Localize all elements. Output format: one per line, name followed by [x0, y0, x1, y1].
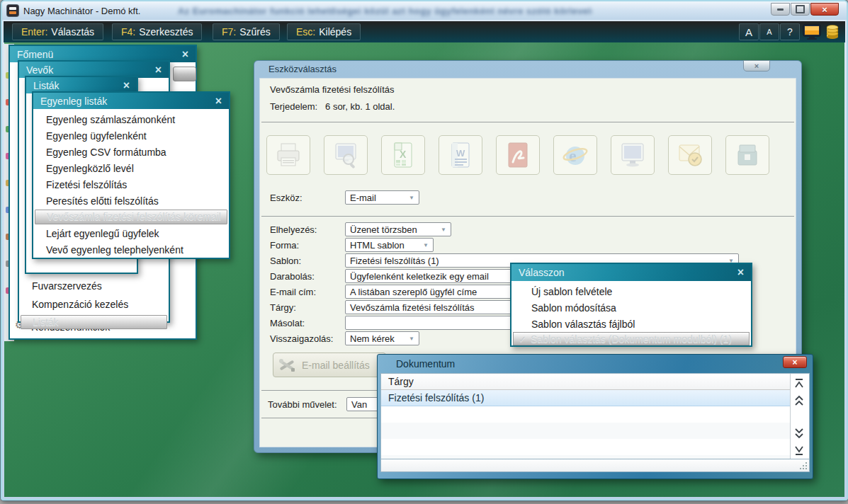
maximize-icon	[796, 5, 805, 13]
excel-icon: X	[389, 141, 417, 169]
table-row-selected[interactable]: Fizetési felszólítás (1)	[381, 390, 791, 406]
page-down-button[interactable]	[792, 425, 806, 442]
pdf-button[interactable]	[496, 135, 540, 175]
popup-valasszon-header[interactable]: Válasszon ×	[511, 264, 751, 281]
field-label: Eszköz:	[270, 193, 303, 203]
close-button[interactable]: ×	[810, 3, 839, 16]
scroll-bottom-button[interactable]	[792, 442, 806, 459]
archive-button[interactable]	[725, 135, 769, 175]
page-up-icon	[794, 395, 804, 406]
menu-item-uj-sablon[interactable]: Új sablon felvétele	[513, 284, 750, 300]
printer-button[interactable]	[266, 135, 310, 175]
menu-item-egyenleg-ugyfelenkent[interactable]: Egyenleg ügyfelenként	[35, 128, 227, 144]
resize-grip[interactable]	[799, 462, 808, 470]
eszkoz-dropdown[interactable]: E-mail ▼	[345, 190, 419, 205]
email-cim-field[interactable]: A listában szereplő ügyfél címe	[345, 285, 519, 299]
extent-label: Terjedelem:	[270, 101, 317, 112]
screen-icon	[618, 141, 647, 169]
font-decrease-button[interactable]: A	[759, 23, 779, 40]
menu-item-fuvarszervezes[interactable]: Fuvarszervezés	[21, 278, 167, 294]
screenshot-root: Nagy Machinátor - Demó kft. Az Euromachi…	[0, 0, 848, 504]
scroll-top-button[interactable]	[792, 375, 806, 392]
minimize-icon	[777, 8, 784, 11]
menu-item-egyenlegkozlo-level[interactable]: Egyenlegközlő levél	[35, 161, 227, 177]
menu-item-egyenleg-csv[interactable]: Egyenleg CSV formátumba	[35, 144, 227, 161]
menu-item-sablon-valasztas-dokumentum-selected[interactable]: ✓ Sablon választás (Dokumentum modulból)…	[513, 332, 750, 345]
page-up-button[interactable]	[792, 392, 806, 409]
page-down-icon	[794, 428, 804, 439]
close-icon: ×	[754, 62, 759, 70]
internet-explorer-button[interactable]: e	[553, 135, 597, 175]
menu-enter-valasztas[interactable]: Enter: Választás	[12, 23, 103, 40]
scrollbar-thumb[interactable]	[173, 67, 196, 81]
scrollbar[interactable]	[790, 374, 809, 459]
close-icon: ×	[822, 4, 827, 15]
help-button[interactable]: ?	[780, 23, 800, 40]
darabolas-field[interactable]: Ügyfelenként keletkezik egy email	[345, 269, 519, 283]
screen-button[interactable]	[611, 135, 655, 175]
excel-button[interactable]: X	[381, 135, 425, 175]
menu-item-label: Sablon választás (Dokumentum modulból) (…	[531, 333, 732, 345]
masolat-field[interactable]	[345, 316, 519, 330]
panel-egyenleg-header[interactable]: Egyenleg listák ×	[33, 93, 229, 109]
key-label: F7:	[222, 26, 236, 38]
outlook-button[interactable]	[668, 135, 712, 175]
panel-title: Főmenü	[17, 49, 53, 60]
menu-item-fizetesi-felszolitas[interactable]: Fizetési felszólítás	[35, 177, 227, 193]
menu-item-listak-selected[interactable]: Listák	[21, 315, 167, 329]
menu-item-peresites-elotti[interactable]: Peresítés előtti felszólítás	[35, 193, 227, 210]
column-header-targy[interactable]: Tárgy	[381, 374, 791, 390]
targy-field[interactable]: Vevőszámla fizetési felszólítás	[345, 300, 519, 314]
document-name: Vevőszámla fizetési felszólítás	[270, 84, 395, 95]
preview-icon	[332, 141, 360, 169]
menu-item-egyenleg-szamlaszamonkent[interactable]: Egyenleg számlaszámonként	[35, 112, 227, 128]
email-settings-button[interactable]: E-mail beállítás	[273, 353, 386, 377]
close-icon[interactable]: ×	[155, 64, 162, 76]
forma-dropdown[interactable]: HTML sablon ▼	[345, 238, 434, 252]
field-label: Elhelyezés:	[270, 224, 317, 235]
app-logo-icon	[7, 5, 18, 16]
close-icon[interactable]: ×	[737, 267, 744, 278]
preview-button[interactable]	[324, 135, 368, 175]
coins-icon[interactable]	[824, 23, 841, 43]
dokumentum-close-button[interactable]: ×	[783, 356, 807, 368]
maximize-button[interactable]	[791, 3, 810, 16]
visszaigazolas-dropdown[interactable]: Nem kérek ▼	[345, 331, 419, 345]
menu-f4-szerkesztes[interactable]: F4: Szerkesztés	[112, 23, 202, 40]
popup-title: Válasszon	[519, 267, 565, 278]
outlook-icon	[676, 141, 704, 169]
field-value: Ügyfelenként keletkezik egy email	[350, 271, 489, 282]
panel-title: Listák	[33, 80, 60, 91]
close-icon[interactable]: ×	[182, 49, 188, 60]
menu-item-kompenzacio[interactable]: Kompenzáció kezelés	[21, 297, 167, 313]
word-button[interactable]: W	[439, 135, 482, 175]
field-value: Vevőszámla fizetési felszólítás	[350, 302, 475, 313]
window-dokumentum: Dokumentum × Tárgy Fizetési felszólítás …	[377, 354, 813, 479]
blurred-ticker: Az Euromachinátor funkció lehetőségei kö…	[178, 4, 592, 18]
popup-valasszon: Válasszon × Új sablon felvétele Sablon m…	[510, 263, 752, 347]
menu-f7-szures[interactable]: F7: Szűrés	[213, 23, 280, 40]
action-label: Szerkesztés	[139, 26, 193, 38]
action-label: Kilépés	[319, 26, 351, 38]
field-label: Forma:	[270, 240, 299, 251]
minimize-button[interactable]	[771, 3, 790, 16]
empty-row-stripe	[381, 423, 791, 439]
menu-item-sablon-valasztas-fajlbol[interactable]: Sablon választás fájlból	[513, 316, 750, 333]
menu-item-vevo-egyenleg-telephelyenkent[interactable]: Vevő egyenleg telephelyenként	[35, 242, 227, 258]
field-value: Van	[351, 399, 367, 410]
monitor-icon[interactable]	[803, 24, 821, 42]
field-label: További művelet:	[268, 399, 337, 410]
menu-item-lejart-egyenlegu[interactable]: Lejárt egyenlegű ügyfelek	[35, 226, 227, 242]
menu-item-vevoszamla-koremail-selected[interactable]: Vevőszámla fizetési felszólítás köremail	[35, 210, 227, 224]
menu-esc-kilepes[interactable]: Esc: Kilépés	[287, 23, 361, 40]
field-value: Üzenet törzsben	[350, 224, 417, 235]
close-icon[interactable]: ×	[215, 96, 222, 107]
menu-item-sablon-modositasa[interactable]: Sablon módosítása	[513, 300, 750, 316]
close-icon[interactable]: ×	[123, 80, 130, 91]
font-increase-button[interactable]: A	[739, 23, 759, 40]
elhelyezes-dropdown[interactable]: Üzenet törzsben ▼	[345, 222, 451, 236]
archive-icon	[733, 141, 762, 169]
dialog-close-button[interactable]: ×	[743, 60, 770, 71]
separator	[261, 122, 794, 122]
key-label: F4:	[121, 26, 135, 38]
